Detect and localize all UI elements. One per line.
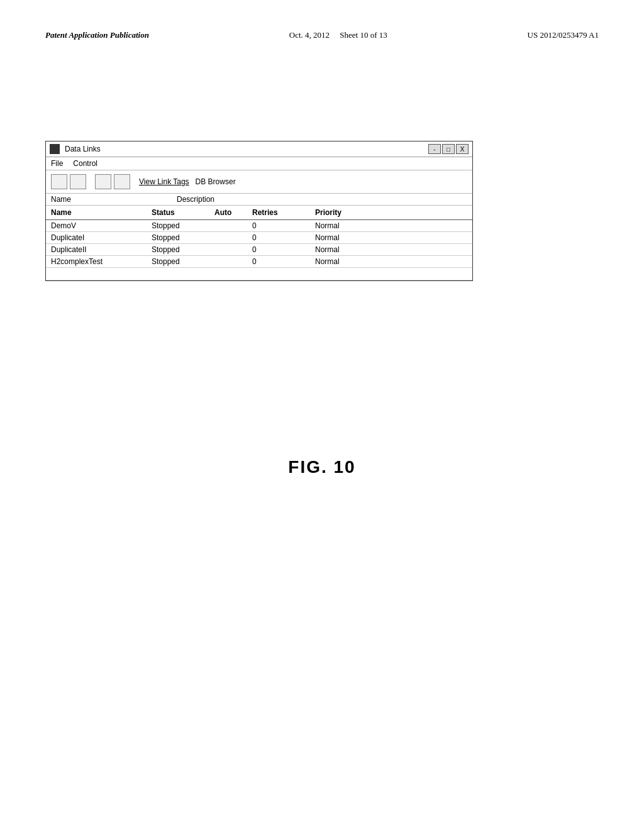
- toolbar-button-2[interactable]: [70, 174, 86, 189]
- th-retries: Retries: [252, 208, 315, 217]
- table-row[interactable]: DemoV Stopped 0 Normal: [46, 220, 472, 232]
- app-icon: [50, 144, 60, 154]
- row-0-retries: 0: [252, 221, 315, 230]
- th-auto: Auto: [214, 208, 252, 217]
- minimize-button[interactable]: -: [428, 144, 441, 154]
- close-button[interactable]: X: [456, 144, 469, 154]
- th-name: Name: [51, 208, 152, 217]
- header-publication-label: Patent Application Publication: [45, 30, 149, 40]
- maximize-button[interactable]: □: [442, 144, 455, 154]
- title-bar-left: Data Links: [50, 144, 101, 154]
- row-0-name: DemoV: [51, 221, 152, 230]
- table-body: DemoV Stopped 0 Normal DuplicateI Stoppe…: [46, 220, 472, 280]
- row-1-retries: 0: [252, 233, 315, 242]
- row-3-status: Stopped: [152, 257, 214, 266]
- row-1-auto: [214, 233, 252, 242]
- th-priority: Priority: [315, 208, 467, 217]
- table-row[interactable]: H2complexTest Stopped 0 Normal: [46, 256, 472, 268]
- page-header: Patent Application Publication Oct. 4, 2…: [0, 0, 644, 40]
- toolbar-button-1[interactable]: [51, 174, 67, 189]
- row-2-retries: 0: [252, 245, 315, 254]
- app-window: Data Links - □ X File Control View Link …: [45, 141, 473, 281]
- col-description-label: Description: [177, 195, 467, 204]
- table-header-row: Name Status Auto Retries Priority: [46, 206, 472, 220]
- window-controls[interactable]: - □ X: [428, 144, 469, 154]
- toolbar: View Link Tags DB Browser: [46, 170, 472, 194]
- row-2-priority: Normal: [315, 245, 467, 254]
- header-patent-number: US 2012/0253479 A1: [528, 30, 599, 40]
- table-row[interactable]: DuplicateII Stopped 0 Normal: [46, 244, 472, 256]
- db-browser-button[interactable]: DB Browser: [196, 177, 236, 186]
- menu-control[interactable]: Control: [73, 159, 97, 168]
- row-3-retries: 0: [252, 257, 315, 266]
- table-row[interactable]: DuplicateI Stopped 0 Normal: [46, 232, 472, 244]
- row-0-priority: Normal: [315, 221, 467, 230]
- window-title: Data Links: [65, 145, 101, 153]
- toolbar-button-3[interactable]: [95, 174, 111, 189]
- row-1-name: DuplicateI: [51, 233, 152, 242]
- menu-file[interactable]: File: [51, 159, 63, 168]
- title-bar: Data Links - □ X: [46, 141, 472, 157]
- row-0-auto: [214, 221, 252, 230]
- header-date: Oct. 4, 2012 Sheet 10 of 13: [289, 30, 387, 40]
- row-2-auto: [214, 245, 252, 254]
- main-content: Data Links - □ X File Control View Link …: [0, 40, 644, 281]
- col-name-label: Name: [51, 195, 177, 204]
- row-3-name: H2complexTest: [51, 257, 152, 266]
- row-2-status: Stopped: [152, 245, 214, 254]
- row-3-auto: [214, 257, 252, 266]
- toolbar-button-4[interactable]: [114, 174, 130, 189]
- column-headers: Name Description: [46, 194, 472, 206]
- row-0-status: Stopped: [152, 221, 214, 230]
- row-1-priority: Normal: [315, 233, 467, 242]
- row-1-status: Stopped: [152, 233, 214, 242]
- view-link-tags-button[interactable]: View Link Tags: [139, 177, 189, 186]
- row-2-name: DuplicateII: [51, 245, 152, 254]
- figure-caption: FIG. 10: [0, 457, 644, 477]
- th-status: Status: [152, 208, 214, 217]
- menu-bar: File Control: [46, 157, 472, 170]
- row-3-priority: Normal: [315, 257, 467, 266]
- table-row-empty: [46, 268, 472, 280]
